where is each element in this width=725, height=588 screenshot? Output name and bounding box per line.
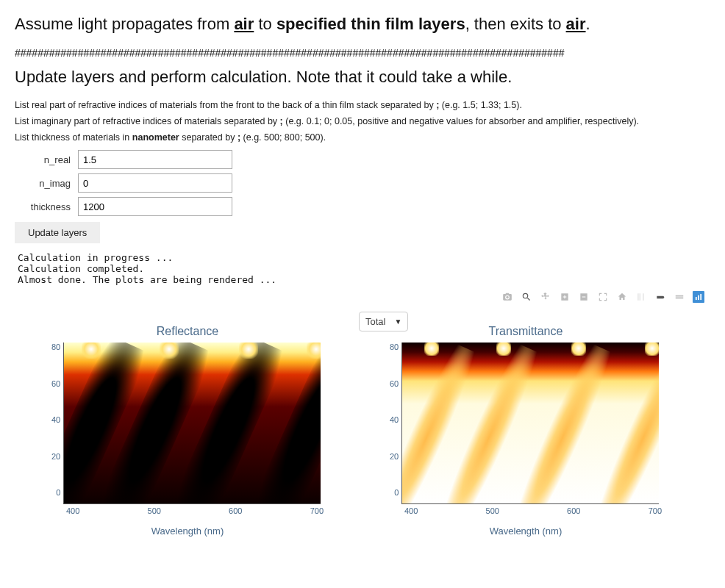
desc1-pre: List real part of refractive indices of … bbox=[15, 100, 436, 110]
reflectance-xticks: 400 500 600 700 bbox=[66, 504, 324, 515]
zoom-out-icon[interactable] bbox=[578, 291, 590, 303]
transmittance-chart: Transmittance Angle of Incidence (degree… bbox=[390, 325, 662, 537]
transmittance-yticks: 80 60 40 20 0 bbox=[390, 343, 401, 497]
ytick: 60 bbox=[51, 379, 60, 388]
xtick: 400 bbox=[404, 506, 418, 515]
layers-form: n_real n_imag thickness Update layers bbox=[15, 150, 710, 243]
reflectance-yticks: 80 60 40 20 0 bbox=[51, 343, 63, 497]
separator-line: ########################################… bbox=[15, 47, 710, 59]
desc3-mid: separated by bbox=[179, 132, 238, 143]
svg-rect-2 bbox=[700, 294, 701, 300]
n-real-input[interactable] bbox=[78, 150, 232, 169]
n-imag-label: n_imag bbox=[15, 178, 78, 189]
xtick: 400 bbox=[66, 506, 79, 515]
intro-prefix: Assume light propagates from bbox=[15, 15, 234, 33]
intro-air1: air bbox=[234, 15, 254, 33]
update-heading: Update layers and perform calculation. N… bbox=[15, 68, 710, 87]
reflectance-chart: Reflectance Angle of Incidence (degree) … bbox=[51, 325, 324, 537]
intro-heading: Assume light propagates from air to spec… bbox=[15, 15, 710, 34]
desc3-pre: List thickness of materials in bbox=[15, 132, 132, 143]
reflectance-xlabel: Wavelength (nm) bbox=[51, 526, 324, 537]
xtick: 600 bbox=[567, 506, 580, 515]
camera-icon[interactable] bbox=[501, 291, 513, 303]
svg-rect-0 bbox=[696, 297, 697, 300]
transmittance-xticks: 400 500 600 700 bbox=[404, 504, 662, 515]
intro-period: . bbox=[586, 15, 590, 33]
xtick: 600 bbox=[229, 506, 242, 515]
intro-after: , then exits to bbox=[465, 15, 566, 33]
hover-closest-icon[interactable] bbox=[654, 291, 666, 303]
desc3-nm: nanometer bbox=[132, 132, 179, 143]
reflectance-heatmap[interactable] bbox=[63, 343, 321, 504]
transmittance-xlabel: Wavelength (nm) bbox=[390, 526, 662, 537]
desc2-post: (e.g. 0.1; 0; 0.05, positive and negativ… bbox=[283, 116, 639, 126]
ytick: 60 bbox=[390, 379, 399, 388]
intro-layers: specified thin film layers bbox=[276, 15, 465, 33]
dropdown-selected: Total bbox=[365, 316, 385, 327]
xtick: 500 bbox=[148, 506, 161, 515]
desc-thickness: List thickness of materials in nanometer… bbox=[15, 132, 710, 143]
ytick: 40 bbox=[51, 415, 60, 424]
status-output: Calculation in progress ... Calculation … bbox=[18, 252, 710, 285]
ytick: 80 bbox=[51, 343, 60, 351]
thickness-input[interactable] bbox=[78, 197, 232, 216]
desc1-post: (e.g. 1.5; 1.33; 1.5). bbox=[439, 100, 522, 110]
autoscale-icon[interactable] bbox=[597, 291, 609, 303]
charts-container: Total ▼ Reflectance Angle of Incidence (… bbox=[15, 325, 710, 537]
ytick: 20 bbox=[390, 452, 399, 461]
ytick: 20 bbox=[51, 452, 60, 461]
reflectance-title: Reflectance bbox=[51, 325, 324, 338]
desc-n-real: List real part of refractive indices of … bbox=[15, 100, 710, 110]
intro-air2: air bbox=[566, 15, 586, 33]
xtick: 700 bbox=[310, 506, 324, 515]
thickness-label: thickness bbox=[15, 201, 78, 212]
n-imag-input[interactable] bbox=[78, 173, 232, 193]
desc2-pre: List imaginary part of refractive indice… bbox=[15, 116, 280, 126]
hover-compare-icon[interactable] bbox=[674, 291, 685, 303]
zoom-in-icon[interactable] bbox=[559, 291, 571, 303]
intro-mid: to bbox=[254, 15, 276, 33]
xtick: 500 bbox=[486, 506, 499, 515]
ytick: 0 bbox=[51, 488, 60, 497]
plotly-logo-icon[interactable] bbox=[693, 291, 704, 303]
update-layers-button[interactable]: Update layers bbox=[15, 222, 100, 243]
xtick: 700 bbox=[649, 506, 662, 515]
desc3-post: (e.g. 500; 800; 500). bbox=[240, 132, 326, 143]
spike-lines-icon[interactable] bbox=[635, 291, 647, 303]
pan-icon[interactable] bbox=[540, 291, 551, 303]
ytick: 80 bbox=[390, 343, 399, 351]
ytick: 40 bbox=[390, 415, 399, 424]
plotly-modebar bbox=[15, 291, 710, 303]
desc-n-imag: List imaginary part of refractive indice… bbox=[15, 116, 710, 126]
transmittance-title: Transmittance bbox=[390, 325, 662, 338]
transmittance-heatmap[interactable] bbox=[401, 343, 659, 504]
ytick: 0 bbox=[390, 488, 399, 497]
reset-axes-icon[interactable] bbox=[616, 291, 628, 303]
n-real-label: n_real bbox=[15, 154, 78, 165]
zoom-icon[interactable] bbox=[521, 291, 532, 303]
svg-rect-1 bbox=[698, 295, 699, 300]
